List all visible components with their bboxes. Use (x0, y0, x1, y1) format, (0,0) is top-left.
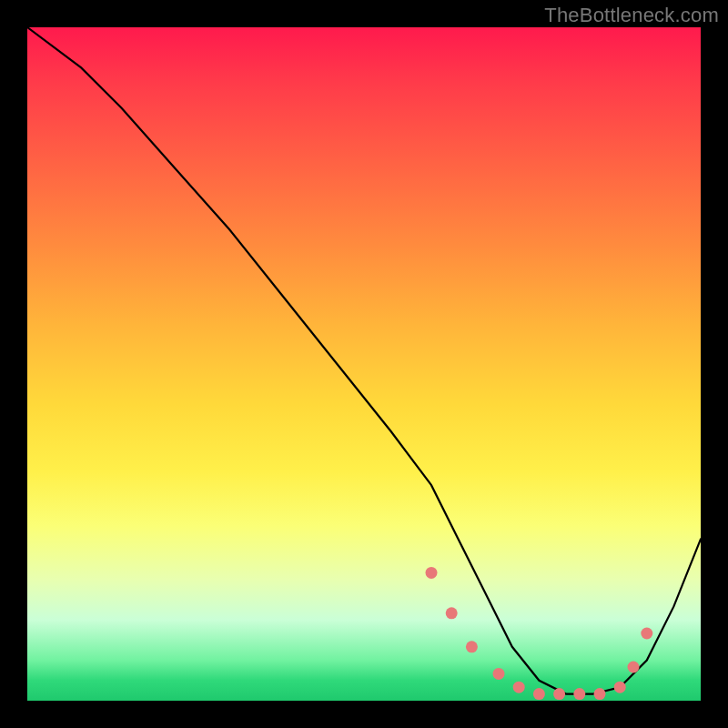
curve-marker (614, 682, 626, 693)
curve-marker (493, 668, 505, 680)
curve-marker (513, 682, 525, 693)
curve-marker (426, 567, 438, 579)
chart-frame: TheBottleneck.com (0, 0, 728, 728)
curve-marker (553, 688, 565, 700)
bottleneck-curve (27, 27, 701, 701)
watermark-label: TheBottleneck.com (544, 4, 719, 27)
curve-marker (641, 628, 652, 640)
curve-marker (594, 688, 606, 700)
plot-area (27, 27, 701, 701)
curve-marker (573, 688, 585, 700)
curve-marker (628, 662, 640, 673)
curve-marker (446, 607, 458, 619)
curve-marker (466, 641, 478, 652)
curve-marker (533, 688, 545, 700)
